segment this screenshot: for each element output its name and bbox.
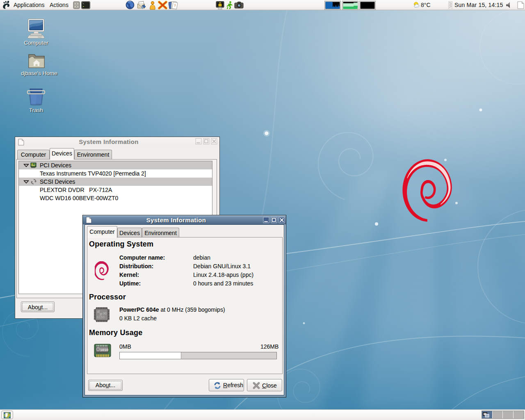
svg-text:1010: 1010 [100,348,108,352]
svg-text:6150: 6150 [97,315,105,319]
